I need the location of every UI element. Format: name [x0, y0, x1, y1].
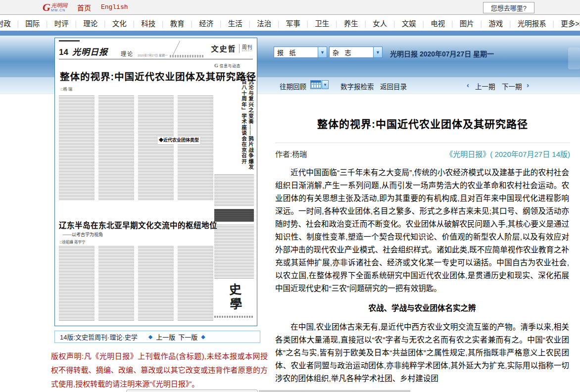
newspaper-select[interactable]: 报 纸 ▼ — [274, 47, 327, 58]
prev-page-arrow-icon[interactable]: ◆ — [148, 334, 152, 340]
prev-page-link[interactable]: 上一版 — [156, 332, 175, 342]
paper-text-columns-top — [59, 96, 213, 200]
paper-second-headline: 辽东半岛在东北亚早期文化交流中的枢纽地位 — [59, 219, 217, 230]
gmw-logo-text: 光明网 MW.CN — [51, 3, 67, 12]
weekly-logo: 文史哲 周刊 WEEKLY — [211, 43, 253, 53]
gmw-logo-g: G — [43, 2, 50, 12]
article-source: 《光明日报》( 2020年07月27日 14版) — [445, 148, 570, 159]
calendar-icon[interactable] — [310, 80, 321, 89]
paper-dark-box — [214, 209, 254, 222]
nav-item-19[interactable]: 更多>> — [546, 18, 580, 28]
chevron-down-icon[interactable]: ▼ — [373, 47, 382, 57]
masthead-rule — [59, 59, 253, 59]
newspaper-page-image[interactable]: 14 光明日报 理论 2020年7月27日 星期一 文史哲 周刊 WEEKLY … — [54, 38, 257, 326]
magazine-select[interactable]: 杂 志 ▼ — [329, 47, 383, 58]
home-link[interactable]: 首页 — [77, 2, 91, 12]
nav-item-16[interactable]: 图片 — [445, 18, 474, 28]
nav-item-8[interactable]: 生活 — [213, 18, 242, 28]
footer-bar-right — [259, 390, 410, 392]
top-bar: G 光明网 MW.CN 首页 English 您想去哪里? — [0, 0, 580, 15]
info-g-icon: G — [214, 63, 218, 68]
next-page-link[interactable]: 下一版 — [178, 332, 197, 342]
copyright-notice: 版权声明:凡《光明日报》上刊载作品(含标题),未经本报或本网授权不得转载、摘编、… — [51, 349, 268, 391]
banner-art — [568, 48, 580, 69]
title-divider — [275, 143, 570, 143]
nav-item-6[interactable]: 教育 — [155, 18, 185, 28]
digital-search-link[interactable]: 数字报检索 — [340, 81, 374, 91]
paper-side-headline: 「沉沦与复兴之变奏——鸦片战争爆发一百八十周年」学术座谈会在京召开 — [240, 73, 254, 170]
page: G 光明网 MW.CN 首页 English 您想去哪里? 时政国际时评理论文化… — [0, 0, 580, 392]
nav-item-0[interactable]: 时政 — [0, 18, 11, 28]
back-to-contents-link[interactable]: 返回目录 — [380, 81, 407, 91]
masthead-fineprint — [170, 55, 204, 57]
nav-item-4[interactable]: 文化 — [97, 18, 127, 28]
goto-selector[interactable]: 您想去哪里? — [483, 2, 534, 13]
article-body: 近代中国面临“三千年未有之大变局”,传统的小农经济模式以及建基于此的农村社会组织… — [275, 166, 569, 385]
main-nav: 时政国际时评理论文化科技教育经济生活法治军事卫生养生女人文娱电视图片游戏光明报系… — [0, 15, 580, 31]
page-nav-bar: 14版:文史哲周刊·理论·史学 ◆ 上一版 下一版 ◆ — [54, 331, 260, 343]
prev-issue-arrow-icon[interactable]: ‹ — [467, 81, 469, 89]
nav-item-5[interactable]: 科技 — [127, 18, 156, 28]
nav-item-13[interactable]: 女人 — [358, 18, 387, 28]
paper-side-column: G 信息与动态 「沉沦与复兴之变奏——鸦片战争爆发一百八十周年」学术座谈会在京召… — [214, 61, 254, 322]
info-box-header: G 信息与动态 — [214, 63, 254, 68]
masthead-dash — [59, 40, 80, 42]
nav-item-15[interactable]: 电视 — [416, 18, 445, 28]
article-section-heading: 农战、学战与农业团体名实之辨 — [275, 302, 569, 315]
paper-text-columns-bottom — [59, 246, 213, 321]
nav-item-7[interactable]: 经济 — [185, 18, 214, 28]
paper-page-number: 14 — [59, 48, 68, 57]
article-paragraph-2: 在中国,农业团体古来无有,是近代中西方农业文明交流互鉴的产物。清季以来,相关各类… — [275, 321, 569, 385]
calendar-picker[interactable]: ▼ — [310, 80, 329, 89]
chevron-down-icon[interactable]: ▼ — [318, 47, 327, 57]
next-page-arrow-icon[interactable]: ◆ — [201, 334, 205, 340]
paper-author: □杨 瑞 — [61, 86, 72, 92]
paper-title: 光明日报 — [72, 45, 108, 57]
blue-divider — [0, 31, 580, 36]
issue-date: 光明日报 2020年07月27日 星期一 — [390, 49, 494, 58]
prev-issue-link[interactable]: 上一期 — [475, 81, 495, 91]
nav-item-9[interactable]: 法治 — [242, 18, 272, 28]
article-paragraph-1: 近代中国面临“三千年未有之大变局”,传统的小农经济模式以及建基于此的农村社会组织… — [275, 166, 569, 295]
next-issue-link[interactable]: 下一期 — [502, 81, 522, 91]
article-meta: 作者:杨瑞 《光明日报》( 2020年07月27日 14版) — [275, 148, 570, 159]
gmw-logo[interactable]: G 光明网 MW.CN — [43, 2, 67, 12]
nav-item-17[interactable]: 游戏 — [474, 18, 503, 28]
nav-item-18[interactable]: 光明报系 — [503, 18, 546, 28]
english-link[interactable]: English — [101, 3, 128, 11]
paper-section: 理论 — [121, 49, 134, 57]
nav-item-11[interactable]: 卫生 — [300, 18, 330, 28]
nav-item-1[interactable]: 国际 — [11, 18, 40, 28]
past-issues-link[interactable]: 往期回顾 — [280, 81, 306, 91]
nav-item-14[interactable]: 文娱 — [387, 18, 416, 28]
paper-date: 2020年7月27日 星期一 — [138, 53, 168, 57]
nav-item-3[interactable]: 理论 — [69, 18, 98, 28]
paper-second-author: □徐昭峰 蒋宇宁 — [60, 239, 86, 245]
next-issue-arrow-icon[interactable]: › — [527, 81, 529, 89]
article-author: 作者:杨瑞 — [275, 148, 307, 159]
page-nav-label: 14版:文史哲周刊·理论·史学 — [60, 332, 138, 342]
calendar-dropdown-icon[interactable]: ▼ — [322, 80, 329, 89]
nav-item-10[interactable]: 军事 — [271, 18, 300, 28]
shixue-stamp: 史學 — [224, 282, 243, 313]
paper-subheading: ◆近代农业团体类型 — [158, 136, 200, 144]
article-title: 整体的视界:中国近代农业团体及其研究路径 — [275, 116, 570, 131]
nav-item-12[interactable]: 养生 — [329, 18, 358, 28]
paper-second-subtitle: ——以考古学为视角 — [63, 231, 103, 238]
footer-bar-left — [126, 390, 258, 392]
nav-item-2[interactable]: 时评 — [40, 18, 69, 28]
